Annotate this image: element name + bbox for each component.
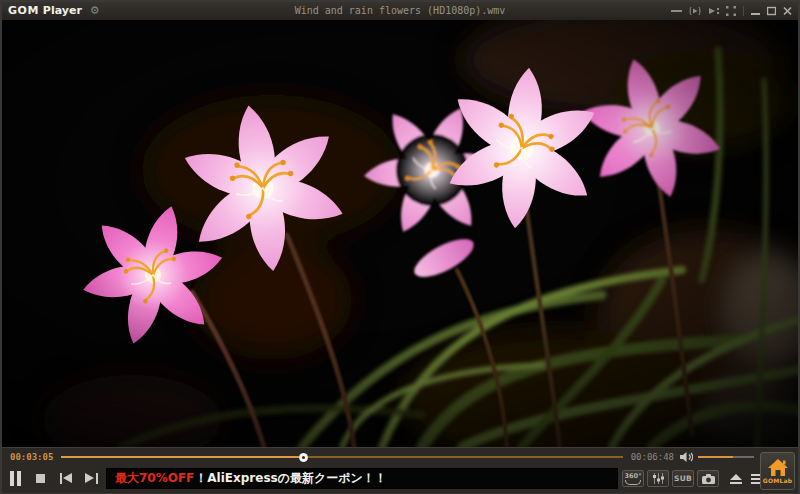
ad-message: ！AliExpressの最新クーポン！！: [195, 470, 387, 487]
titlebar[interactable]: GOM Player ⚙ Wind and rain flowers (HD10…: [2, 2, 798, 20]
home-icon: [768, 459, 788, 476]
next-button[interactable]: [85, 473, 98, 484]
subtitle-button[interactable]: SUB: [672, 470, 694, 487]
volume-slider[interactable]: [698, 452, 754, 461]
fullscreen-icon: [726, 6, 736, 16]
previous-icon: [60, 473, 62, 484]
ad-highlight: 最大70%OFF: [115, 470, 194, 487]
eject-button[interactable]: [730, 474, 742, 484]
control-panel-icon: [689, 6, 701, 16]
next-icon: [85, 473, 94, 483]
ad-banner[interactable]: 最大70%OFF ！AliExpressの最新クーポン！！: [106, 468, 618, 489]
total-time-label: 00:06:48: [631, 452, 674, 462]
fullscreen-button[interactable]: [726, 6, 736, 16]
stop-button[interactable]: [36, 474, 45, 483]
window-title: Wind and rain flowers (HD1080p).wmv: [295, 2, 506, 20]
speaker-icon: [680, 452, 693, 462]
seek-bar[interactable]: [61, 452, 622, 461]
gom-player-window: GOM Player ⚙ Wind and rain flowers (HD10…: [0, 0, 800, 494]
snapshot-button[interactable]: [697, 470, 719, 487]
maximize-button[interactable]: [767, 6, 776, 16]
camera-icon: [702, 474, 715, 484]
vr-360-button[interactable]: 360°: [622, 470, 644, 487]
vr-360-label: 360°: [625, 473, 642, 479]
eject-icon: [730, 474, 742, 480]
seek-progress: [61, 456, 302, 458]
minimize-icon: [751, 6, 760, 16]
controls-row: 最大70%OFF ！AliExpressの最新クーポン！！ 360° SUB: [2, 465, 798, 492]
subtitle-label: SUB: [674, 474, 692, 483]
titlebar-separator: [743, 6, 744, 16]
video-area[interactable]: [2, 20, 798, 447]
pause-button[interactable]: [10, 471, 21, 486]
minimize-button[interactable]: [751, 6, 760, 16]
bottom-bar: 00:03:05 00:06:48: [2, 447, 798, 493]
control-panel-button[interactable]: [689, 6, 701, 16]
close-button[interactable]: [783, 6, 792, 16]
app-logo-gom: GOM: [8, 2, 39, 20]
volume-fill: [698, 456, 733, 458]
app-logo-player: Player: [43, 2, 82, 20]
pin-icon: [671, 6, 682, 16]
maximize-icon: [767, 6, 776, 16]
playlist-button[interactable]: [708, 6, 719, 16]
close-icon: [783, 6, 792, 16]
gomlab-button[interactable]: GOMLab: [760, 452, 795, 490]
pin-button[interactable]: [671, 6, 682, 16]
mute-toggle-button[interactable]: [680, 452, 693, 462]
vr-arc-icon: [625, 480, 641, 485]
playlist-icon: [708, 6, 719, 16]
previous-button[interactable]: [60, 473, 73, 484]
current-time-label: 00:03:05: [10, 452, 53, 462]
preferences-gear-icon[interactable]: ⚙: [90, 2, 100, 20]
seek-knob[interactable]: [299, 453, 308, 462]
app-logo: GOM Player: [8, 2, 82, 20]
control-panel-button-bottom[interactable]: [647, 470, 669, 487]
sliders-icon: [652, 473, 665, 484]
video-frame-flowers: [2, 20, 798, 447]
gomlab-label: GOMLab: [763, 477, 792, 484]
seek-row: 00:03:05 00:06:48: [2, 448, 798, 465]
